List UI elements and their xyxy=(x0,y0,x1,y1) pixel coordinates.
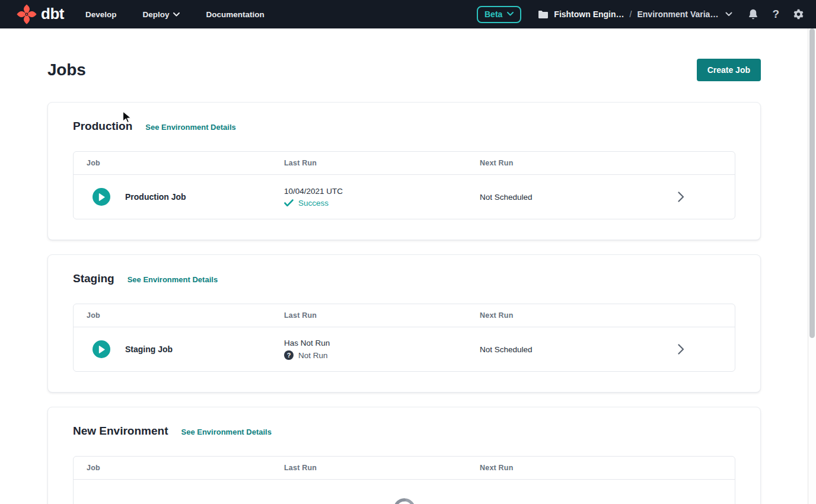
help-icon[interactable]: ? xyxy=(772,8,779,21)
page-header: Jobs Create Job xyxy=(47,59,761,81)
jobs-table-header: Job Last Run Next Run xyxy=(74,152,735,175)
last-run-cell: 10/04/2021 UTC Success xyxy=(284,187,480,208)
chevron-right-icon[interactable] xyxy=(678,192,684,202)
jobs-table-header: Job Last Run Next Run xyxy=(74,304,735,327)
environment-card-header: Production See Environment Details xyxy=(73,119,735,133)
column-header-last-run: Last Run xyxy=(284,311,480,320)
nav-right-cluster: Beta Fishtown Engin… / Environment Varia… xyxy=(477,6,804,23)
column-header-last-run: Last Run xyxy=(284,159,480,167)
column-header-job: Job xyxy=(74,311,284,320)
see-environment-details-link[interactable]: See Environment Details xyxy=(128,275,218,284)
dbt-logo[interactable]: dbt xyxy=(15,3,64,25)
settings-gear-icon[interactable] xyxy=(793,9,804,20)
job-name: Staging Job xyxy=(125,344,173,354)
chevron-down-icon xyxy=(173,12,180,17)
chevron-down-icon xyxy=(725,12,732,17)
last-run-status: Success xyxy=(284,199,480,208)
environment-name: Staging xyxy=(73,272,114,286)
dbt-logo-wordmark: dbt xyxy=(41,6,64,23)
beta-dropdown[interactable]: Beta xyxy=(477,6,521,23)
job-row-staging-job[interactable]: Staging Job Has Not Run ? Not Run Not Sc… xyxy=(74,327,735,371)
next-run-cell: Not Scheduled xyxy=(480,193,735,202)
jobs-table-header: Job Last Run Next Run xyxy=(74,457,735,480)
jobs-table: Job Last Run Next Run xyxy=(73,456,735,504)
environment-name: Production xyxy=(73,119,132,133)
column-header-next-run: Next Run xyxy=(480,464,735,472)
notifications-bell-icon[interactable] xyxy=(748,8,758,20)
job-row-production-job[interactable]: Production Job 10/04/2021 UTC Success No… xyxy=(74,175,735,219)
column-header-last-run: Last Run xyxy=(284,464,480,472)
environment-card-production: Production See Environment Details Job L… xyxy=(47,102,761,240)
job-name: Production Job xyxy=(125,192,186,202)
column-header-job: Job xyxy=(74,464,284,472)
chevron-down-icon xyxy=(507,12,514,16)
job-cell: Staging Job xyxy=(74,340,284,358)
question-mark-icon: ? xyxy=(284,350,294,360)
chevron-right-icon[interactable] xyxy=(678,344,684,355)
page-title: Jobs xyxy=(47,60,86,80)
breadcrumb-separator: / xyxy=(630,9,632,19)
status-text: Success xyxy=(298,199,329,208)
breadcrumb-account[interactable]: Fishtown Engin… xyxy=(554,9,624,19)
run-job-play-button[interactable] xyxy=(93,188,110,206)
environment-card-header: New Environment See Environment Details xyxy=(73,424,735,438)
check-icon xyxy=(284,199,294,207)
nav-develop[interactable]: Develop xyxy=(85,10,117,19)
column-header-next-run: Next Run xyxy=(480,311,735,320)
scrollbar-thumb[interactable] xyxy=(809,28,815,338)
job-cell: Production Job xyxy=(74,188,284,206)
environment-card-staging: Staging See Environment Details Job Last… xyxy=(47,254,761,393)
breadcrumb-project[interactable]: Environment Varia… xyxy=(637,9,718,19)
folder-icon xyxy=(538,10,549,19)
nav-icon-cluster: ? xyxy=(748,8,804,21)
page-scrollbar[interactable] xyxy=(808,28,816,504)
see-environment-details-link[interactable]: See Environment Details xyxy=(181,428,271,436)
empty-jobs-state xyxy=(74,480,735,504)
next-run-cell: Not Scheduled xyxy=(480,345,735,354)
last-run-date: Has Not Run xyxy=(284,339,480,347)
top-nav: dbt Develop Deploy Documentation Beta Fi… xyxy=(0,0,816,28)
dbt-logo-icon xyxy=(15,3,38,25)
empty-state-loop-icon xyxy=(390,494,419,504)
see-environment-details-link[interactable]: See Environment Details xyxy=(145,123,235,132)
jobs-table: Job Last Run Next Run Staging Job Has No… xyxy=(73,304,735,372)
environment-card-new-environment: New Environment See Environment Details … xyxy=(47,407,761,504)
status-text: Not Run xyxy=(298,351,328,360)
environment-name: New Environment xyxy=(73,424,168,438)
jobs-page: Jobs Create Job Production See Environme… xyxy=(0,28,816,504)
run-job-play-button[interactable] xyxy=(93,340,110,358)
create-job-button[interactable]: Create Job xyxy=(697,59,761,81)
breadcrumb[interactable]: Fishtown Engin… / Environment Varia… xyxy=(538,9,732,19)
last-run-status: ? Not Run xyxy=(284,350,480,360)
nav-documentation[interactable]: Documentation xyxy=(206,10,264,19)
column-header-next-run: Next Run xyxy=(480,159,735,167)
jobs-table: Job Last Run Next Run Production Job 10/… xyxy=(73,151,735,219)
last-run-date: 10/04/2021 UTC xyxy=(284,187,480,196)
environment-card-header: Staging See Environment Details xyxy=(73,272,735,286)
last-run-cell: Has Not Run ? Not Run xyxy=(284,339,480,360)
nav-deploy[interactable]: Deploy xyxy=(142,10,180,19)
column-header-job: Job xyxy=(74,159,284,167)
main-nav: Develop Deploy Documentation xyxy=(85,10,264,19)
